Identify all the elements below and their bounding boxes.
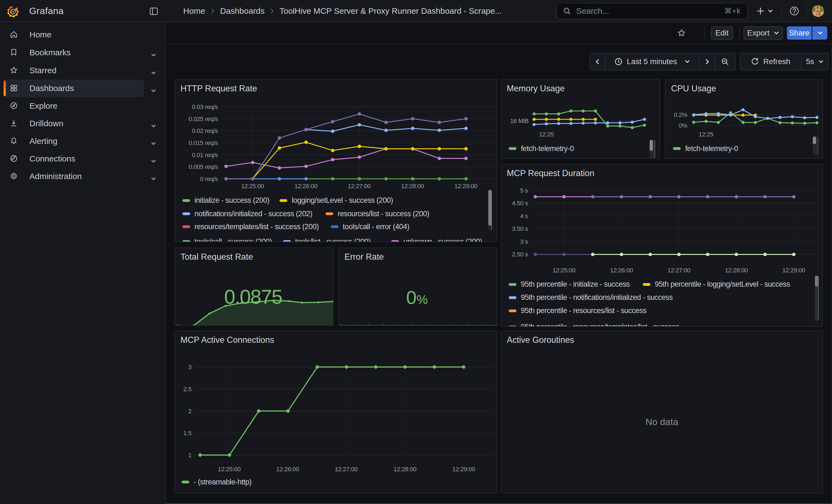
svg-text:12:25:00: 12:25:00	[218, 466, 241, 473]
svg-text:0%: 0%	[679, 122, 687, 129]
svg-text:3: 3	[188, 364, 191, 371]
svg-text:12:29:00: 12:29:00	[782, 267, 805, 274]
svg-text:4 s: 4 s	[520, 213, 528, 219]
svg-text:3 s: 3 s	[520, 238, 528, 245]
svg-text:0.025 req/s: 0.025 req/s	[188, 115, 218, 123]
svg-text:3.50 s: 3.50 s	[512, 225, 528, 232]
svg-text:12:26:00: 12:26:00	[294, 183, 317, 190]
svg-text:4.50 s: 4.50 s	[512, 200, 528, 207]
svg-text:0.2%: 0.2%	[674, 111, 687, 118]
svg-text:2.50 s: 2.50 s	[512, 251, 528, 258]
svg-text:0.015 req/s: 0.015 req/s	[188, 139, 218, 147]
svg-text:12:27:00: 12:27:00	[668, 267, 690, 274]
svg-text:12:29:00: 12:29:00	[454, 183, 477, 190]
svg-text:12:28:00: 12:28:00	[393, 466, 416, 473]
svg-text:0 req/s: 0 req/s	[200, 176, 218, 182]
svg-text:12:25: 12:25	[539, 131, 554, 138]
svg-text:0.03 req/s: 0.03 req/s	[192, 103, 218, 110]
svg-text:2.5: 2.5	[183, 386, 191, 393]
svg-text:1: 1	[188, 452, 191, 459]
svg-text:12:29:00: 12:29:00	[452, 466, 475, 473]
svg-text:5 s: 5 s	[520, 187, 528, 194]
svg-text:12:28:00: 12:28:00	[401, 183, 424, 190]
svg-text:2: 2	[188, 408, 191, 415]
svg-text:0.01 req/s: 0.01 req/s	[192, 152, 218, 158]
svg-text:12:28:00: 12:28:00	[725, 267, 748, 274]
svg-text:16 MiB: 16 MiB	[510, 117, 528, 124]
svg-text:0.02 req/s: 0.02 req/s	[192, 127, 218, 134]
svg-text:12:26:00: 12:26:00	[610, 267, 633, 274]
svg-text:12:25:00: 12:25:00	[241, 183, 264, 190]
svg-text:12:27:00: 12:27:00	[335, 466, 357, 473]
svg-text:1.5: 1.5	[183, 430, 191, 436]
svg-text:12:25: 12:25	[699, 131, 713, 138]
svg-text:12:27:00: 12:27:00	[348, 183, 371, 190]
svg-text:12:26:00: 12:26:00	[276, 466, 299, 473]
svg-text:12:25:00: 12:25:00	[552, 267, 575, 274]
svg-text:0.005 req/s: 0.005 req/s	[188, 163, 218, 170]
